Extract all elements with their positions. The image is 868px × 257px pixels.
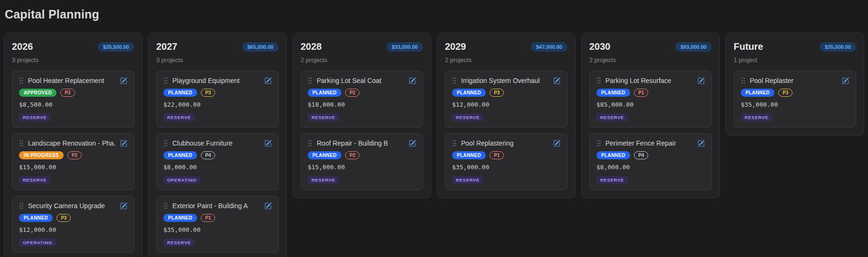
project-amount: $35,000.00 [741,101,849,108]
drag-handle-icon[interactable] [741,77,745,84]
planning-board: 2026 $35,500.00 3 projects Pool Heater R… [4,33,864,257]
drag-handle-icon[interactable] [308,139,312,147]
edit-project-button[interactable] [264,140,272,147]
project-amount: $35,000.00 [163,226,272,233]
year-column: 2029 $47,000.00 2 projects Irrigation Sy… [437,33,576,198]
edit-project-button[interactable] [409,140,416,147]
project-card[interactable]: Parking Lot Seal Coat PLANNED P2 $18,000… [301,71,423,128]
card-list: Parking Lot Seal Coat PLANNED P2 $18,000… [301,71,423,190]
edit-project-button[interactable] [264,202,272,210]
edit-project-button[interactable] [842,77,849,84]
priority-badge: P3 [57,214,71,222]
column-total-badge: $33,000.00 [387,42,423,52]
pencil-square-icon [553,140,560,147]
funding-badge: RESERVE [741,113,772,121]
project-card[interactable]: Exterior Paint - Building A PLANNED P1 $… [156,196,279,253]
column-project-count: 2 projects [301,56,423,64]
project-name: Roof Repair - Building B [317,139,405,147]
project-amount: $15,000.00 [19,164,127,171]
year-column: 2027 $65,000.00 3 projects Playground Eq… [148,33,287,257]
project-card[interactable]: Pool Replastering PLANNED P1 $35,000.00 … [445,133,567,190]
project-amount: $8,500.00 [19,101,127,108]
funding-badge: RESERVE [308,176,339,184]
priority-badge: P2 [67,151,82,159]
pencil-square-icon [409,77,416,84]
funding-badge: OPERATING [163,176,200,184]
priority-badge: P2 [345,89,359,97]
column-header: 2029 $47,000.00 2 projects [445,41,567,64]
drag-handle-icon[interactable] [596,77,601,84]
status-badge: PLANNED [163,151,197,159]
drag-handle-icon[interactable] [19,77,24,84]
funding-badge: RESERVE [308,113,339,121]
edit-project-button[interactable] [120,202,127,210]
project-card[interactable]: Roof Repair - Building B PLANNED P2 $15,… [301,133,423,190]
project-card[interactable]: Playground Equipment PLANNED P3 $22,000.… [156,71,279,128]
capital-planning-page: Capital Planning 2026 $35,500.00 3 proje… [0,0,868,257]
project-card[interactable]: Pool Replaster PLANNED P3 $35,000.00 RES… [734,71,856,128]
edit-project-button[interactable] [698,140,705,147]
project-amount: $8,000.00 [163,164,272,171]
pencil-square-icon [120,140,127,147]
funding-badge: RESERVE [19,176,50,184]
project-card[interactable]: Perimeter Fence Repair PLANNED P4 $8,000… [589,133,712,190]
priority-badge: P4 [201,151,215,159]
funding-badge: RESERVE [452,176,483,184]
column-project-count: 2 projects [445,56,567,64]
edit-project-button[interactable] [264,77,272,84]
drag-handle-icon[interactable] [596,139,601,147]
year-column: Future $35,000.00 1 project Pool Replast… [726,33,864,136]
drag-handle-icon[interactable] [19,202,24,210]
priority-badge: P2 [345,151,359,159]
priority-badge: P1 [634,89,648,97]
priority-badge: P4 [634,151,648,159]
project-card[interactable]: Pool Heater Replacement APPROVED P2 $8,5… [12,71,134,128]
card-list: Pool Replaster PLANNED P3 $35,000.00 RES… [734,71,856,128]
column-project-count: 2 projects [589,56,712,64]
pencil-square-icon [264,202,272,210]
drag-handle-icon[interactable] [163,139,168,147]
pencil-square-icon [120,77,127,84]
project-card[interactable]: Parking Lot Resurface PLANNED P1 $85,000… [589,71,712,128]
drag-handle-icon[interactable] [452,77,457,84]
drag-handle-icon[interactable] [163,77,168,84]
drag-handle-icon[interactable] [19,139,24,147]
project-name: Clubhouse Furniture [172,139,260,147]
status-badge: PLANNED [163,89,197,97]
edit-project-button[interactable] [698,77,705,84]
edit-project-button[interactable] [553,77,560,84]
card-list: Irrigation System Overhaul PLANNED P3 $1… [445,71,567,190]
priority-badge: P2 [60,89,75,97]
status-badge: PLANNED [19,214,53,222]
column-project-count: 1 project [734,56,856,64]
funding-badge: RESERVE [452,113,483,121]
column-header: 2030 $93,000.00 2 projects [589,41,712,64]
drag-handle-icon[interactable] [163,202,168,210]
status-badge: APPROVED [19,89,57,97]
edit-project-button[interactable] [120,140,127,147]
project-card[interactable]: Security Camera Upgrade PLANNED P3 $12,0… [12,196,134,253]
pencil-square-icon [698,77,705,84]
column-year-label: 2026 [12,41,33,52]
priority-badge: P3 [490,89,504,97]
edit-project-button[interactable] [409,77,416,84]
edit-project-button[interactable] [120,77,127,84]
column-year-label: 2028 [301,41,322,52]
project-amount: $85,000.00 [596,101,705,108]
project-card[interactable]: Irrigation System Overhaul PLANNED P3 $1… [445,71,567,128]
column-total-badge: $65,000.00 [242,42,279,52]
project-amount: $22,000.00 [163,101,272,108]
column-year-label: 2029 [445,41,466,52]
project-card[interactable]: Clubhouse Furniture PLANNED P4 $8,000.00… [156,133,279,190]
column-header: Future $35,000.00 1 project [734,41,856,64]
year-column: 2028 $33,000.00 2 projects Parking Lot S… [292,33,431,198]
drag-handle-icon[interactable] [452,139,457,147]
project-name: Pool Heater Replacement [28,77,116,84]
column-total-badge: $47,000.00 [531,42,567,52]
project-card[interactable]: Landscape Renovation - Pha... IN PROGRES… [12,133,134,190]
column-project-count: 3 projects [156,56,279,64]
drag-handle-icon[interactable] [308,77,312,84]
edit-project-button[interactable] [553,140,560,147]
card-list: Parking Lot Resurface PLANNED P1 $85,000… [589,71,712,190]
project-name: Landscape Renovation - Pha... [28,139,116,147]
